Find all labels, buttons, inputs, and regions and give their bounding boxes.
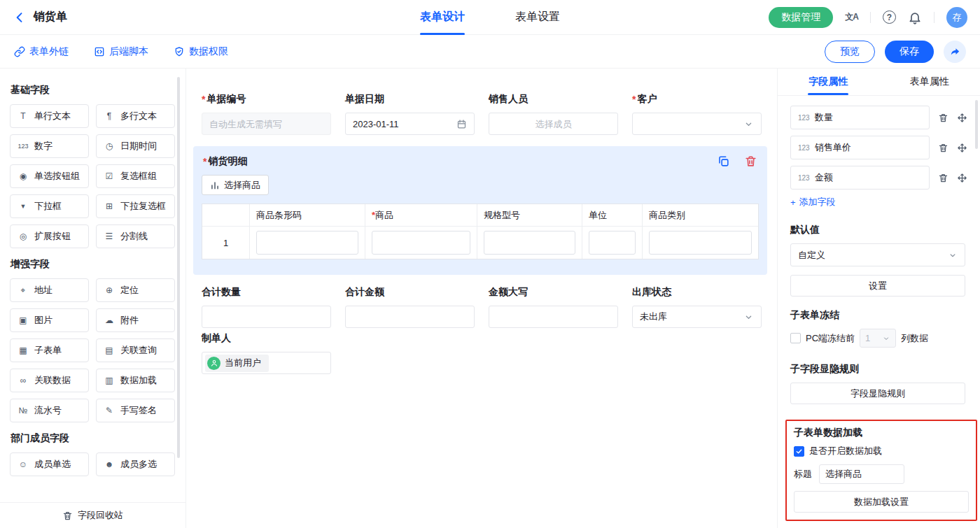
number-type-icon: 123 xyxy=(798,114,810,122)
bell-icon[interactable] xyxy=(908,10,922,24)
tab-field-properties[interactable]: 字段属性 xyxy=(778,69,879,95)
freeze-label: 子表单冻结 xyxy=(790,309,967,322)
sidebar-item-checkbox-group[interactable]: ☑复选框组 xyxy=(96,164,175,188)
header-left: 销货单 xyxy=(13,10,67,24)
product-input[interactable] xyxy=(372,231,470,255)
sidebar-item-datetime[interactable]: ◷日期时间 xyxy=(96,134,175,158)
sidebar-item-location[interactable]: ⊕定位 xyxy=(96,278,175,302)
question-glyph: ? xyxy=(883,10,896,24)
select-product-button[interactable]: 选择商品 xyxy=(202,175,269,195)
sidebar-item-divider[interactable]: ☰分割线 xyxy=(96,224,175,248)
sidebar-item-multi-line-text[interactable]: ¶多行文本 xyxy=(96,104,175,128)
tab-form-design[interactable]: 表单设计 xyxy=(420,0,465,35)
data-permission-link[interactable]: 数据权限 xyxy=(174,45,228,58)
total-amount-label: 合计金额 xyxy=(345,286,475,299)
share-button[interactable] xyxy=(944,41,966,63)
address-icon: ⌖ xyxy=(16,285,30,295)
chevron-down-icon xyxy=(882,334,890,343)
sidebar-scrollbar[interactable] xyxy=(177,77,180,458)
header-actions: 数据管理 文A ? 存 xyxy=(769,7,967,28)
current-user-label: 当前用户 xyxy=(225,357,261,369)
total-amount-input[interactable] xyxy=(345,306,475,328)
member-fields-grid: ☺成员单选 ☻成员多选 xyxy=(10,452,176,476)
save-button[interactable]: 保存 xyxy=(885,41,934,63)
sidebar-item-image[interactable]: ▣图片 xyxy=(10,308,89,332)
sidebar-item-number[interactable]: 123数字 xyxy=(10,134,89,158)
subform-sales-detail[interactable]: *销货明细 选择商品 商品条形码 *商品 规格型号 单位 商品类别 xyxy=(193,146,767,275)
backend-script-link[interactable]: 后端脚本 xyxy=(94,45,148,58)
category-input[interactable] xyxy=(649,231,752,255)
sidebar-item-subform[interactable]: ▦子表单 xyxy=(10,338,89,362)
data-load-icon: ▥ xyxy=(102,376,116,385)
subfield-price[interactable]: 123 销售单价 xyxy=(790,136,930,159)
avatar[interactable]: 存 xyxy=(946,7,967,28)
data-load-title-label: 标题 xyxy=(794,468,812,480)
delete-field-icon[interactable] xyxy=(938,113,948,123)
sidebar-item-linked-query[interactable]: ▤关联查询 xyxy=(96,338,175,362)
sidebar-item-member-single[interactable]: ☺成员单选 xyxy=(10,452,89,476)
sidebar-item-address[interactable]: ⌖地址 xyxy=(10,278,89,302)
amount-words-input[interactable] xyxy=(489,306,618,328)
item-label: 数字 xyxy=(34,140,52,152)
customer-select[interactable] xyxy=(632,113,762,135)
required-mark: * xyxy=(632,94,636,105)
tab-field-properties-label: 字段属性 xyxy=(808,76,848,88)
data-load-settings-group: 子表单数据加载 是否开启数据加载 标题 数据加载设置 xyxy=(785,420,977,521)
data-load-title-input[interactable] xyxy=(819,464,904,484)
tab-form-settings[interactable]: 表单设置 xyxy=(515,0,560,35)
delete-field-icon[interactable] xyxy=(938,173,948,183)
subform-table-header: 商品条形码 *商品 规格型号 单位 商品类别 xyxy=(202,204,758,227)
copy-icon[interactable] xyxy=(717,155,730,168)
sidebar-item-extend-button[interactable]: ◎扩展按钮 xyxy=(10,224,89,248)
total-qty-input[interactable] xyxy=(202,306,331,328)
spec-input[interactable] xyxy=(484,231,575,255)
add-field-button[interactable]: + 添加字段 xyxy=(790,196,967,208)
salesperson-input[interactable] xyxy=(489,113,618,135)
back-button[interactable] xyxy=(13,10,27,24)
display-rules-button[interactable]: 字段显隐规则 xyxy=(790,383,965,404)
order-no-input[interactable] xyxy=(202,113,331,135)
sidebar-item-multi-select[interactable]: ⊞下拉复选框 xyxy=(96,194,175,218)
stock-status-select[interactable]: 未出库 xyxy=(632,306,762,328)
sidebar-item-signature[interactable]: ✎手写签名 xyxy=(96,399,175,422)
help-icon[interactable]: ? xyxy=(883,10,896,24)
creator-field[interactable]: 当前用户 xyxy=(202,352,331,374)
field-creator: 制单人 当前用户 xyxy=(202,332,331,374)
image-icon: ▣ xyxy=(16,315,30,325)
move-field-icon[interactable] xyxy=(957,113,967,123)
data-load-settings-button[interactable]: 数据加载设置 xyxy=(794,491,969,513)
sidebar-item-serial-number[interactable]: №流水号 xyxy=(10,399,89,422)
sidebar-item-attachment[interactable]: ☁附件 xyxy=(96,308,175,332)
panel-scrollbar[interactable] xyxy=(975,100,978,149)
col-unit: 单位 xyxy=(582,204,643,226)
sidebar-item-data-load[interactable]: ▥数据加载 xyxy=(96,369,175,392)
form-external-link[interactable]: 表单外链 xyxy=(14,45,69,58)
subfield-amount[interactable]: 123 金额 xyxy=(790,166,930,190)
preview-button[interactable]: 预览 xyxy=(825,41,875,63)
data-load-checkbox[interactable] xyxy=(794,446,804,457)
sidebar-item-linked-data[interactable]: ∞关联数据 xyxy=(10,369,89,392)
sidebar-item-member-multi[interactable]: ☻成员多选 xyxy=(96,452,175,476)
sidebar-item-single-line-text[interactable]: T单行文本 xyxy=(10,104,89,128)
unit-input[interactable] xyxy=(589,231,636,255)
translate-icon[interactable]: 文A xyxy=(845,11,858,23)
data-manage-button[interactable]: 数据管理 xyxy=(769,7,833,28)
order-date-input[interactable]: 2023-01-11 xyxy=(345,113,475,135)
move-field-icon[interactable] xyxy=(957,143,967,153)
calendar-icon xyxy=(456,119,467,129)
member-single-icon: ☺ xyxy=(16,459,30,469)
subfield-qty[interactable]: 123 数量 xyxy=(790,106,930,129)
move-field-icon[interactable] xyxy=(957,173,967,183)
trash-icon[interactable] xyxy=(744,155,757,168)
freeze-checkbox[interactable] xyxy=(790,333,801,343)
field-recycle-bin[interactable]: 字段回收站 xyxy=(0,502,186,528)
freeze-column-select[interactable]: 1 xyxy=(860,329,896,348)
default-value-setting-button[interactable]: 设置 xyxy=(790,275,965,297)
delete-field-icon[interactable] xyxy=(938,143,948,153)
customer-label: *客户 xyxy=(632,93,762,106)
default-value-select[interactable]: 自定义 xyxy=(790,243,965,266)
barcode-input[interactable] xyxy=(256,231,358,255)
sidebar-item-radio-group[interactable]: ◉单选按钮组 xyxy=(10,164,89,188)
tab-form-properties[interactable]: 表单属性 xyxy=(879,69,980,95)
sidebar-item-select[interactable]: ▼下拉框 xyxy=(10,194,89,218)
